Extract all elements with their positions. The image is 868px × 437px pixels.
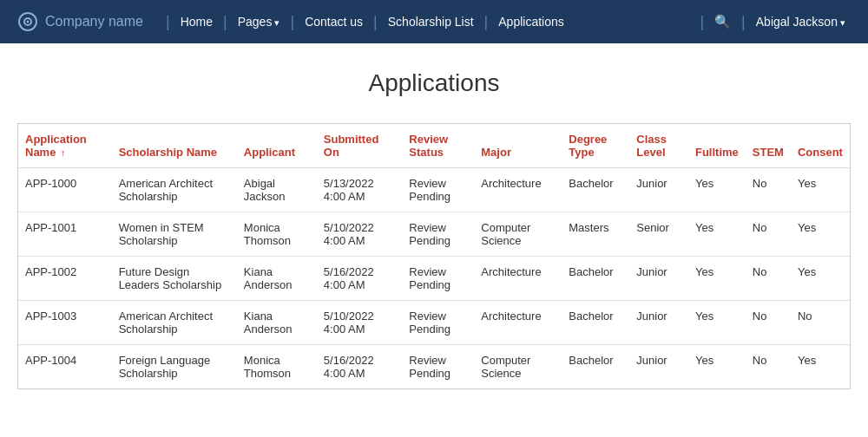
cell-consent: Yes — [791, 212, 850, 257]
cell-consent: Yes — [791, 345, 850, 389]
nav-sep-6: | — [700, 13, 704, 31]
cell-scholarship_name: American Architect Scholarship — [112, 301, 237, 345]
nav-link-applications[interactable]: Applications — [493, 15, 569, 29]
cell-fulltime: Yes — [688, 301, 746, 345]
col-review-status[interactable]: Review Status — [402, 124, 474, 168]
cell-scholarship_name: Women in STEM Scholarship — [112, 212, 237, 257]
nav-link-contact[interactable]: Contact us — [299, 15, 368, 29]
cell-review_status: Review Pending — [402, 168, 474, 212]
cell-applicant: Kiana Anderson — [237, 301, 317, 345]
cell-major: Architecture — [474, 301, 562, 345]
cell-submitted_on: 5/10/2022 4:00 AM — [317, 212, 403, 257]
page-title: Applications — [17, 69, 851, 97]
cell-app_name: APP-1001 — [18, 212, 112, 257]
applications-table: Application Name ↑ Scholarship Name Appl… — [18, 124, 850, 388]
table-body: APP-1000American Architect ScholarshipAb… — [18, 168, 850, 389]
cell-consent: Yes — [791, 257, 850, 301]
nav-sep-2: | — [223, 13, 227, 31]
cell-consent: No — [791, 301, 850, 345]
sort-arrow-app-name: ↑ — [61, 147, 66, 158]
cell-class_level: Junior — [629, 345, 688, 389]
nav-link-scholarship[interactable]: Scholarship List — [383, 15, 479, 29]
cell-review_status: Review Pending — [402, 257, 474, 301]
col-submitted-on[interactable]: Submitted On — [317, 124, 403, 168]
col-consent[interactable]: Consent — [791, 124, 850, 168]
col-fulltime[interactable]: Fulltime — [688, 124, 746, 168]
cell-degree_type: Bachelor — [562, 168, 629, 212]
cell-major: Architecture — [474, 257, 562, 301]
cell-consent: Yes — [791, 168, 850, 212]
cell-fulltime: Yes — [688, 345, 746, 389]
cell-degree_type: Bachelor — [562, 345, 629, 389]
brand[interactable]: Company name — [17, 11, 143, 32]
page-content: Applications Application Name ↑ Scholars… — [0, 43, 868, 415]
cell-scholarship_name: Foreign Language Scholarship — [112, 345, 237, 389]
col-major[interactable]: Major — [474, 124, 562, 168]
nav-sep-3: | — [290, 13, 294, 31]
cell-class_level: Junior — [629, 301, 688, 345]
cell-review_status: Review Pending — [402, 212, 474, 257]
cell-app_name: APP-1002 — [18, 257, 112, 301]
col-degree-type[interactable]: Degree Type — [562, 124, 629, 168]
cell-scholarship_name: Future Design Leaders Scholarship — [112, 257, 237, 301]
cell-class_level: Senior — [629, 212, 688, 257]
nav-link-home[interactable]: Home — [175, 15, 218, 29]
cell-fulltime: Yes — [688, 212, 746, 257]
table-row: APP-1003American Architect ScholarshipKi… — [18, 301, 850, 345]
cell-review_status: Review Pending — [402, 345, 474, 389]
cell-applicant: Monica Thomson — [237, 212, 317, 257]
cell-applicant: Monica Thomson — [237, 345, 317, 389]
cell-fulltime: Yes — [688, 168, 746, 212]
col-app-name[interactable]: Application Name ↑ — [18, 124, 112, 168]
cell-submitted_on: 5/16/2022 4:00 AM — [317, 257, 403, 301]
navbar: Company name | Home | Pages | Contact us… — [0, 0, 868, 43]
nav-sep-1: | — [166, 13, 170, 31]
company-logo-icon — [17, 11, 38, 32]
col-class-level[interactable]: Class Level — [629, 124, 688, 168]
cell-applicant: Abigal Jackson — [237, 168, 317, 212]
cell-stem: No — [746, 257, 791, 301]
cell-fulltime: Yes — [688, 257, 746, 301]
cell-class_level: Junior — [629, 168, 688, 212]
nav-sep-4: | — [373, 13, 378, 31]
cell-scholarship_name: American Architect Scholarship — [112, 168, 237, 212]
cell-major: Computer Science — [474, 212, 562, 257]
col-stem[interactable]: STEM — [746, 124, 791, 168]
cell-stem: No — [746, 168, 791, 212]
cell-submitted_on: 5/10/2022 4:00 AM — [317, 301, 403, 345]
col-applicant[interactable]: Applicant — [237, 124, 317, 168]
cell-degree_type: Bachelor — [562, 257, 629, 301]
cell-submitted_on: 5/16/2022 4:00 AM — [317, 345, 403, 389]
search-icon[interactable]: 🔍 — [709, 14, 736, 29]
cell-applicant: Kiana Anderson — [237, 257, 317, 301]
cell-stem: No — [746, 212, 791, 257]
applications-table-wrapper: Application Name ↑ Scholarship Name Appl… — [17, 123, 851, 389]
cell-app_name: APP-1004 — [18, 345, 112, 389]
nav-sep-7: | — [741, 13, 746, 31]
col-scholarship-name[interactable]: Scholarship Name — [112, 124, 237, 168]
nav-sep-5: | — [484, 13, 489, 31]
cell-stem: No — [746, 345, 791, 389]
table-row: APP-1004Foreign Language ScholarshipMoni… — [18, 345, 850, 389]
user-menu[interactable]: Abigal Jackson — [751, 15, 851, 29]
cell-submitted_on: 5/13/2022 4:00 AM — [317, 168, 403, 212]
brand-name: Company name — [45, 14, 143, 29]
cell-app_name: APP-1003 — [18, 301, 112, 345]
cell-major: Computer Science — [474, 345, 562, 389]
table-header-row: Application Name ↑ Scholarship Name Appl… — [18, 124, 850, 168]
table-row: APP-1001Women in STEM ScholarshipMonica … — [18, 212, 850, 257]
svg-point-2 — [27, 21, 30, 23]
table-row: APP-1002Future Design Leaders Scholarshi… — [18, 257, 850, 301]
cell-major: Architecture — [474, 168, 562, 212]
cell-class_level: Junior — [629, 257, 688, 301]
table-header: Application Name ↑ Scholarship Name Appl… — [18, 124, 850, 168]
cell-review_status: Review Pending — [402, 301, 474, 345]
cell-degree_type: Masters — [562, 212, 629, 257]
table-row: APP-1000American Architect ScholarshipAb… — [18, 168, 850, 212]
cell-stem: No — [746, 301, 791, 345]
cell-app_name: APP-1000 — [18, 168, 112, 212]
cell-degree_type: Bachelor — [562, 301, 629, 345]
nav-link-pages[interactable]: Pages — [233, 15, 286, 29]
